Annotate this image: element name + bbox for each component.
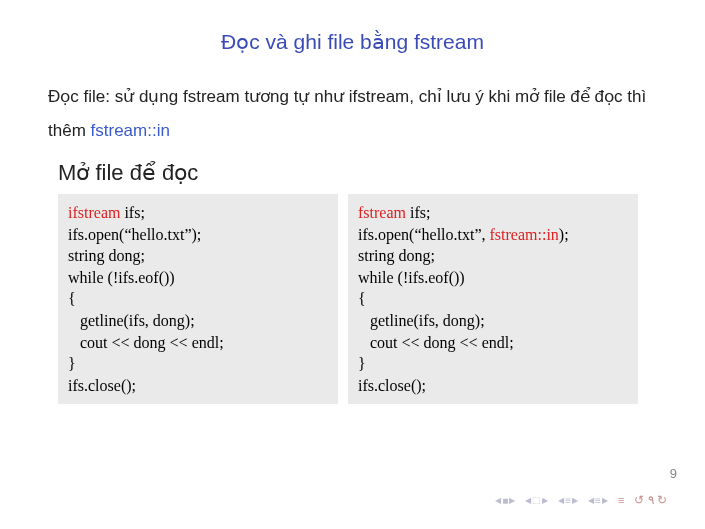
nav-prev-icon[interactable]: ◀≡▶ (558, 495, 578, 506)
nav-next-icon[interactable]: ◀≡▶ (588, 495, 608, 506)
code-row: ifstream ifs; ifs.open(“hello.txt”); str… (58, 194, 657, 404)
code-block-left: ifstream ifs; ifs.open(“hello.txt”); str… (58, 194, 338, 404)
beamer-nav-footer: ◀■▶ ◀⬚▶ ◀≡▶ ◀≡▶ ≡ ↺ ۹ ↻ (495, 493, 667, 507)
nav-first-icon[interactable]: ◀■▶ (495, 495, 515, 506)
keyword-fstream-in: fstream::in (490, 226, 559, 243)
intro-text: Đọc file: sử dụng fstream tương tự như i… (48, 80, 657, 148)
page-number: 9 (670, 466, 677, 481)
nav-back-forward-icon[interactable]: ↺ ۹ ↻ (634, 493, 667, 507)
code-block-right: fstream ifs; ifs.open(“hello.txt”, fstre… (348, 194, 638, 404)
intro-highlight: fstream::in (91, 121, 170, 140)
subtitle: Mở file để đọc (58, 160, 657, 186)
nav-group: ◀■▶ ◀⬚▶ ◀≡▶ ◀≡▶ ≡ ↺ ۹ ↻ (495, 493, 667, 507)
nav-outline-icon[interactable]: ≡ (618, 494, 624, 506)
page-title: Đọc và ghi file bằng fstream (48, 30, 657, 54)
keyword-fstream: fstream (358, 204, 406, 221)
nav-prev-section-icon[interactable]: ◀⬚▶ (525, 495, 548, 505)
keyword-ifstream: ifstream (68, 204, 120, 221)
